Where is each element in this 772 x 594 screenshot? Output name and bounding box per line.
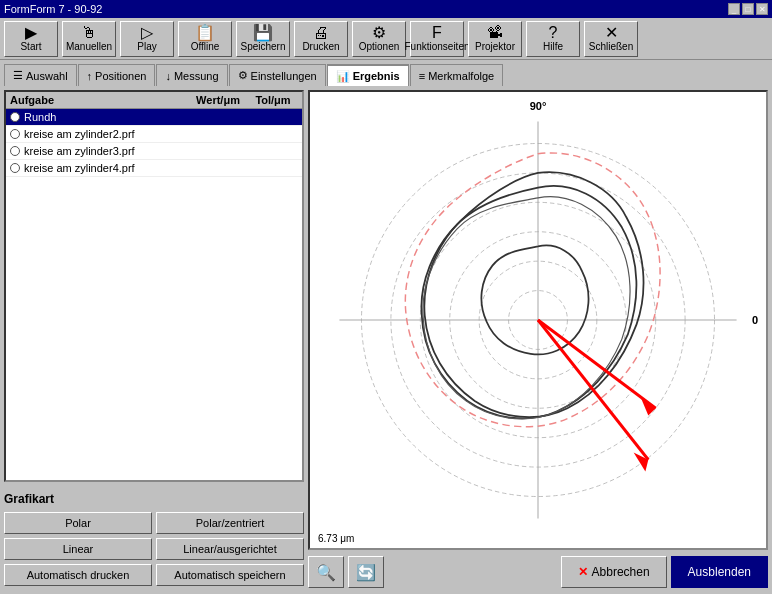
ergebnis-icon: 📊 (336, 70, 350, 83)
title-bar: FormForm 7 - 90-92 _ □ ✕ (0, 0, 772, 18)
offline-icon: 📋 (195, 25, 215, 41)
grafik-buttons: Polar Polar/zentriert Linear Linear/ausg… (4, 512, 304, 586)
table-row[interactable]: kreise am zylinder4.prf (6, 160, 302, 177)
svg-marker-9 (641, 398, 656, 416)
minimize-btn[interactable]: _ (728, 3, 740, 15)
polar-chart-svg (310, 92, 766, 548)
toolbar: ▶ Start 🖱 Manuellen ▷ Play 📋 Offline 💾 S… (0, 18, 772, 60)
tab-einstellungen[interactable]: ⚙ Einstellungen (229, 64, 326, 86)
chart-label-90: 90° (530, 100, 547, 112)
row-label: kreise am zylinder3.prf (24, 145, 188, 157)
abbrechen-button[interactable]: ✕ Abbrechen (561, 556, 667, 588)
table-row[interactable]: kreise am zylinder3.prf (6, 143, 302, 160)
manuellen-icon: 🖱 (81, 25, 97, 41)
row-label: kreise am zylinder4.prf (24, 162, 188, 174)
linear-button[interactable]: Linear (4, 538, 152, 560)
tab-merkmalfolge[interactable]: ≡ Merkmalfolge (410, 64, 503, 86)
projektor-button[interactable]: 📽 Projektor (468, 21, 522, 57)
polar-button[interactable]: Polar (4, 512, 152, 534)
start-icon: ▶ (25, 25, 37, 41)
tab-messung[interactable]: ↓ Messung (156, 64, 227, 86)
right-panel: 90° 0 6.73 μm (308, 90, 768, 590)
maximize-btn[interactable]: □ (742, 3, 754, 15)
optionen-icon: ⚙ (372, 25, 386, 41)
schliessen-icon: ✕ (605, 25, 618, 41)
tab-ergebnis[interactable]: 📊 Ergebnis (327, 64, 409, 86)
close-btn[interactable]: ✕ (756, 3, 768, 15)
window-title: FormForm 7 - 90-92 (4, 3, 102, 15)
table-row[interactable]: kreise am zylinder2.prf (6, 126, 302, 143)
radio-circle (10, 129, 20, 139)
row-label: kreise am zylinder2.prf (24, 128, 188, 140)
rotate-icon: 🔄 (356, 563, 376, 582)
chart-label-bottom: 6.73 μm (318, 533, 354, 544)
header-tol: Tol/μm (248, 94, 298, 106)
main-content: Aufgabe Wert/μm Tol/μm Rundh kreise am z… (0, 86, 772, 594)
schliessen-button[interactable]: ✕ Schließen (584, 21, 638, 57)
drucken-button[interactable]: 🖨 Drucken (294, 21, 348, 57)
polar-zentriert-button[interactable]: Polar/zentriert (156, 512, 304, 534)
abbrechen-x-icon: ✕ (578, 565, 588, 579)
table-row[interactable]: Rundh (6, 109, 302, 126)
chart-area: 90° 0 6.73 μm (308, 90, 768, 550)
funktionseiten-icon: F (432, 25, 442, 41)
task-table: Aufgabe Wert/μm Tol/μm Rundh kreise am z… (4, 90, 304, 482)
row-label: Rundh (24, 111, 188, 123)
tab-positionen[interactable]: ↑ Positionen (78, 64, 156, 86)
radio-circle (10, 112, 20, 122)
radio-circle (10, 146, 20, 156)
einstellungen-icon: ⚙ (238, 69, 248, 82)
offline-button[interactable]: 📋 Offline (178, 21, 232, 57)
optionen-button[interactable]: ⚙ Optionen (352, 21, 406, 57)
rotate-button[interactable]: 🔄 (348, 556, 384, 588)
projektor-icon: 📽 (487, 25, 503, 41)
merkmalfolge-icon: ≡ (419, 70, 425, 82)
tabs-row: ☰ Auswahl ↑ Positionen ↓ Messung ⚙ Einst… (0, 60, 772, 86)
ausblenden-button[interactable]: Ausblenden (671, 556, 768, 588)
grafik-title: Grafikart (4, 492, 304, 506)
auto-drucken-button[interactable]: Automatisch drucken (4, 564, 152, 586)
zoom-icon: 🔍 (316, 563, 336, 582)
bottom-row: 🔍 🔄 ✕ Abbrechen Ausblenden (308, 554, 768, 590)
header-wert: Wert/μm (188, 94, 248, 106)
header-aufgabe: Aufgabe (10, 94, 188, 106)
hilfe-icon: ? (549, 25, 558, 41)
linear-ausgerichtet-button[interactable]: Linear/ausgerichtet (156, 538, 304, 560)
positionen-icon: ↑ (87, 70, 93, 82)
funktionseiten-button[interactable]: F Funktionseiten (410, 21, 464, 57)
auswahl-icon: ☰ (13, 69, 23, 82)
task-table-header: Aufgabe Wert/μm Tol/μm (6, 92, 302, 109)
tab-auswahl[interactable]: ☰ Auswahl (4, 64, 77, 86)
start-button[interactable]: ▶ Start (4, 21, 58, 57)
zoom-button[interactable]: 🔍 (308, 556, 344, 588)
speichern-button[interactable]: 💾 Speichern (236, 21, 290, 57)
play-icon: ▷ (141, 25, 153, 41)
messung-icon: ↓ (165, 70, 171, 82)
auto-speichern-button[interactable]: Automatisch speichern (156, 564, 304, 586)
play-button[interactable]: ▷ Play (120, 21, 174, 57)
speichern-icon: 💾 (253, 25, 273, 41)
radio-circle (10, 163, 20, 173)
hilfe-button[interactable]: ? Hilfe (526, 21, 580, 57)
grafik-section: Grafikart Polar Polar/zentriert Linear L… (4, 488, 304, 590)
drucken-icon: 🖨 (313, 25, 329, 41)
manuellen-button[interactable]: 🖱 Manuellen (62, 21, 116, 57)
left-panel: Aufgabe Wert/μm Tol/μm Rundh kreise am z… (4, 90, 304, 590)
chart-label-0: 0 (752, 314, 758, 326)
